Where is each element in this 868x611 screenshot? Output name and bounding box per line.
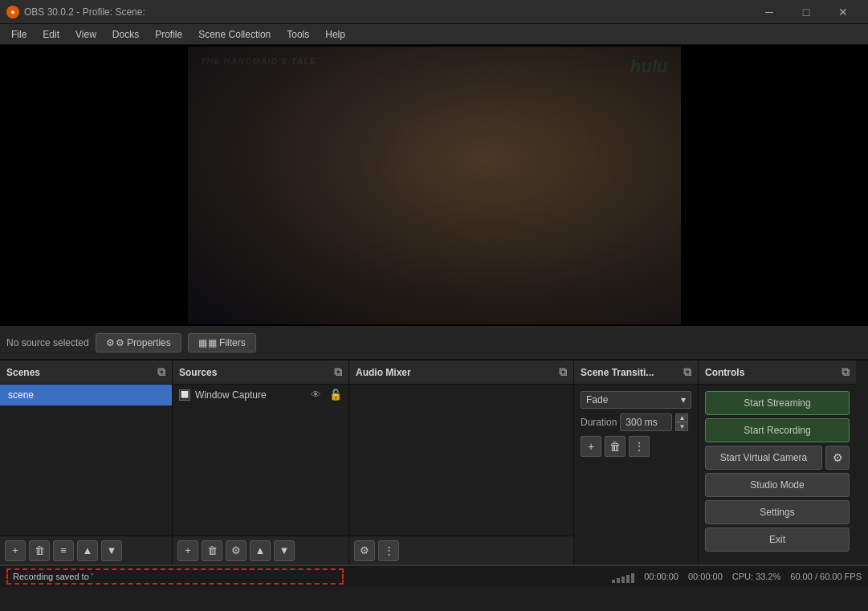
transitions-header: Scene Transiti... ⧉ [574,360,698,385]
remove-transition-button[interactable]: 🗑 [605,436,626,457]
menu-tools[interactable]: Tools [279,26,317,43]
audio-mixer-panel: Audio Mixer ⧉ ⚙ ⋮ [349,360,574,564]
controls-expand-icon[interactable]: ⧉ [842,365,850,379]
sources-list: ⬜ Window Capture 👁 🔓 [173,385,348,536]
chevron-down-icon: ▾ [681,394,686,405]
menu-profile[interactable]: Profile [147,26,190,43]
maximize-button[interactable]: □ [788,0,825,24]
add-source-button[interactable]: + [177,540,198,561]
controls-header: Controls ⧉ [699,360,856,385]
scenes-panel: Scenes ⧉ scene + 🗑 ≡ ▲ ▼ [0,360,173,564]
transitions-expand-icon[interactable]: ⧉ [683,365,691,379]
duration-label: Duration [581,417,617,428]
app-icon: ● [6,6,19,18]
remove-scene-button[interactable]: 🗑 [29,540,50,561]
duration-up-button[interactable]: ▲ [675,413,688,422]
transition-more-button[interactable]: ⋮ [629,436,650,457]
menu-docks[interactable]: Docks [104,26,147,43]
audio-mixer-title: Audio Mixer [356,367,411,378]
transition-dropdown[interactable]: Fade ▾ [581,391,691,409]
virtual-camera-row: Start Virtual Camera ⚙ [705,446,850,470]
sources-title: Sources [179,367,217,378]
scene-up-button[interactable]: ▲ [77,540,98,561]
duration-input[interactable]: 300 ms [620,413,672,431]
menu-help[interactable]: Help [317,26,353,43]
add-scene-button[interactable]: + [5,540,26,561]
filter-icon: ▦ [198,337,207,348]
statusbar: Recording saved to ' 00:00:00 00:00:00 C… [0,564,868,587]
sources-panel: Sources ⧉ ⬜ Window Capture 👁 🔓 + 🗑 ⚙ ▲ ▼ [173,360,349,564]
scene-item[interactable]: scene [0,385,172,405]
menu-edit[interactable]: Edit [35,26,67,43]
virtual-camera-settings-button[interactable]: ⚙ [825,446,850,470]
start-virtual-camera-button[interactable]: Start Virtual Camera [705,446,822,470]
preview-area: THE HANDMAID'S TALE hulu [0,45,868,326]
scenes-toolbar: + 🗑 ≡ ▲ ▼ [0,536,172,564]
remove-source-button[interactable]: 🗑 [202,540,222,561]
sources-header: Sources ⧉ [173,360,348,385]
stream-time: 00:00:00 [644,572,679,581]
window-title: OBS 30.0.2 - Profile: Scene: [24,6,751,18]
add-transition-button[interactable]: + [581,436,601,457]
gear-icon: ⚙ [833,451,843,464]
fps-display: 60.00 / 60.00 FPS [790,572,862,581]
gear-icon: ⚙ [106,337,115,348]
menu-file[interactable]: File [3,26,35,43]
transitions-panel: Scene Transiti... ⧉ Fade ▾ Duration 300 … [574,360,699,564]
duration-spinner: ▲ ▼ [675,413,688,431]
cpu-usage: CPU: 33.2% [732,572,781,581]
close-button[interactable]: ✕ [825,0,862,24]
window-controls: ─ □ ✕ [751,0,862,24]
duration-down-button[interactable]: ▼ [675,422,688,431]
portrait-overlay [188,47,681,324]
preview-video: THE HANDMAID'S TALE hulu [188,47,681,324]
audio-settings-button[interactable]: ⚙ [354,540,375,561]
scenes-header: Scenes ⧉ [0,360,172,385]
record-time: 00:00:00 [688,572,723,581]
audio-mixer-content [349,385,573,536]
menubar: File Edit View Docks Profile Scene Colle… [0,24,868,45]
audio-toolbar: ⚙ ⋮ [349,536,573,564]
exit-button[interactable]: Exit [705,527,850,552]
recording-saved-label: Recording saved to ' [6,568,344,585]
scenes-list: scene [0,385,172,536]
source-settings-button[interactable]: ⚙ [226,540,247,561]
sources-toolbar: + 🗑 ⚙ ▲ ▼ [173,536,348,564]
signal-strength-icon [612,570,634,583]
transition-actions: + 🗑 ⋮ [581,436,691,457]
start-recording-button[interactable]: Start Recording [705,418,850,442]
source-name: Window Capture [195,389,267,401]
scenes-title: Scenes [6,367,40,378]
menu-view[interactable]: View [67,26,104,43]
sources-expand-icon[interactable]: ⧉ [334,365,342,379]
menu-scene-collection[interactable]: Scene Collection [190,26,279,43]
no-source-label: No source selected [6,337,89,348]
scenes-expand-icon[interactable]: ⧉ [157,365,165,379]
scene-down-button[interactable]: ▼ [101,540,122,561]
minimize-button[interactable]: ─ [751,0,788,24]
properties-button[interactable]: ⚙ ⚙ Properties [96,333,181,352]
source-lock-icon[interactable]: 🔓 [329,389,342,401]
controls-title: Controls [705,367,744,378]
controls-panel: Controls ⧉ Start Streaming Start Recordi… [699,360,856,564]
settings-button[interactable]: Settings [705,500,850,524]
source-type-icon: ⬜ [179,389,190,401]
titlebar: ● OBS 30.0.2 - Profile: Scene: ─ □ ✕ [0,0,868,24]
preview-content: THE HANDMAID'S TALE hulu [188,47,681,324]
filters-button[interactable]: ▦ ▦ Filters [188,333,256,352]
filter-scene-button[interactable]: ≡ [53,540,74,561]
audio-expand-icon[interactable]: ⧉ [559,365,567,379]
start-streaming-button[interactable]: Start Streaming [705,391,850,415]
source-visibility-icon[interactable]: 👁 [311,389,321,401]
panels-row: Scenes ⧉ scene + 🗑 ≡ ▲ ▼ Sources ⧉ ⬜ Win… [0,360,868,564]
audio-more-button[interactable]: ⋮ [378,540,399,561]
source-item[interactable]: ⬜ Window Capture 👁 🔓 [173,385,348,405]
transition-value: Fade [586,394,608,405]
source-up-button[interactable]: ▲ [250,540,271,561]
duration-row: Duration 300 ms ▲ ▼ [581,413,691,431]
transitions-content: Fade ▾ Duration 300 ms ▲ ▼ + 🗑 ⋮ [574,385,698,564]
source-down-button[interactable]: ▼ [274,540,295,561]
studio-mode-button[interactable]: Studio Mode [705,473,850,497]
source-bar: No source selected ⚙ ⚙ Properties ▦ ▦ Fi… [0,326,868,360]
status-right: 00:00:00 00:00:00 CPU: 33.2% 60.00 / 60.… [612,570,862,583]
